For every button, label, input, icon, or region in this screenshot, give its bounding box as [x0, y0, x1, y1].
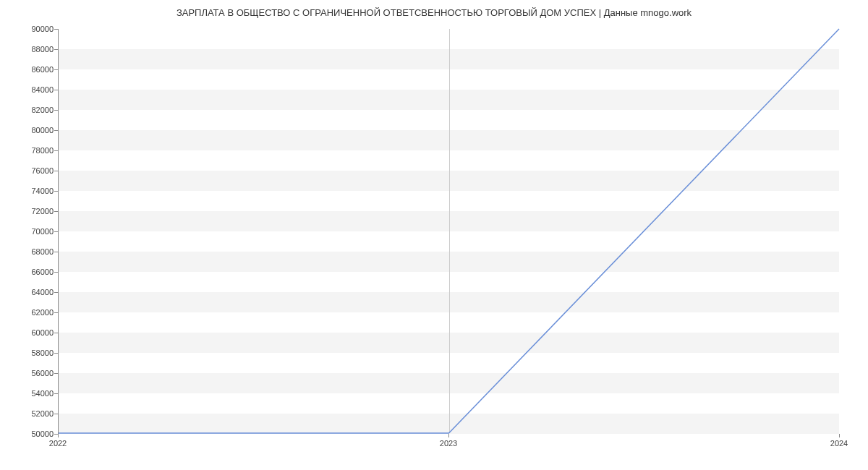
plot-area	[58, 29, 839, 434]
y-tick-mark	[54, 191, 58, 192]
y-tick-label: 52000	[31, 409, 54, 418]
y-tick-mark	[54, 333, 58, 333]
y-tick-label: 56000	[31, 369, 54, 377]
y-tick-label: 60000	[31, 328, 54, 337]
y-tick-mark	[54, 130, 58, 131]
x-tick-mark	[448, 434, 449, 437]
y-tick-label: 70000	[31, 227, 54, 236]
y-tick-mark	[54, 211, 58, 212]
y-tick-mark	[54, 292, 58, 293]
y-tick-label: 80000	[31, 126, 54, 134]
y-tick-label: 58000	[31, 349, 54, 357]
x-tick-label: 2023	[440, 439, 457, 448]
y-tick-label: 64000	[31, 288, 54, 296]
y-tick-label: 88000	[31, 45, 54, 54]
chart-line	[59, 29, 839, 433]
y-tick-label: 76000	[31, 166, 54, 175]
x-tick-label: 2022	[49, 439, 67, 448]
y-tick-mark	[54, 110, 58, 111]
y-tick-label: 82000	[31, 106, 54, 114]
y-tick-label: 86000	[31, 65, 54, 74]
y-tick-label: 72000	[31, 207, 54, 215]
x-tick-mark	[839, 434, 840, 437]
y-tick-mark	[54, 29, 58, 30]
y-tick-label: 54000	[31, 389, 54, 398]
y-tick-mark	[54, 171, 58, 171]
x-tick-mark	[58, 434, 59, 437]
y-tick-mark	[54, 414, 58, 414]
y-tick-label: 66000	[31, 268, 54, 276]
y-tick-mark	[54, 353, 58, 354]
x-tick-label: 2024	[830, 439, 848, 448]
y-tick-label: 78000	[31, 146, 54, 155]
y-tick-mark	[54, 150, 58, 151]
y-tick-label: 62000	[31, 308, 54, 317]
y-tick-label: 84000	[31, 85, 54, 94]
y-tick-mark	[54, 272, 58, 273]
y-tick-mark	[54, 69, 58, 70]
y-tick-label: 68000	[31, 247, 54, 256]
chart-title: ЗАРПЛАТА В ОБЩЕСТВО С ОГРАНИЧЕННОЙ ОТВЕТ…	[0, 7, 868, 18]
y-tick-mark	[54, 231, 58, 232]
y-tick-mark	[54, 252, 58, 252]
y-tick-mark	[54, 90, 58, 90]
y-tick-mark	[54, 312, 58, 313]
y-tick-mark	[54, 373, 58, 374]
y-tick-label: 90000	[31, 25, 54, 33]
y-tick-label: 74000	[31, 187, 54, 195]
y-tick-mark	[54, 49, 58, 50]
y-tick-label: 50000	[31, 430, 54, 438]
y-tick-mark	[54, 393, 58, 394]
